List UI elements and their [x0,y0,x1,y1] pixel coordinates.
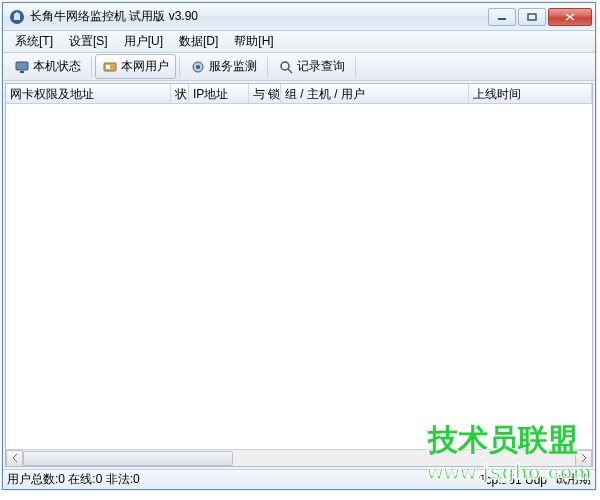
col-ip-addr[interactable]: IP地址 [189,84,249,103]
col-lock-short[interactable]: 与 锁 [249,84,281,103]
scroll-thumb[interactable] [23,451,233,466]
monitor-icon [14,59,30,75]
service-icon [190,59,206,75]
data-grid[interactable] [6,104,592,449]
col-group-host-user[interactable]: 组 / 主机 / 用户 [281,84,469,103]
chevron-right-icon [581,454,587,462]
svg-point-9 [281,62,289,70]
menu-data[interactable]: 数据[D] [171,31,226,52]
app-icon [9,9,25,25]
minimize-button[interactable] [488,8,516,26]
tool-net-users-label: 本网用户 [121,58,169,75]
column-headers: 网卡权限及地址 状 IP地址 与 锁 组 / 主机 / 用户 上线时间 [6,84,592,104]
close-button[interactable] [548,8,592,26]
svg-rect-1 [498,18,506,20]
col-ip-short[interactable]: 状 [171,84,189,103]
menu-users[interactable]: 用户[U] [116,31,171,52]
svg-rect-3 [16,62,28,70]
horizontal-scrollbar [6,449,592,466]
menubar: 系统[T] 设置[S] 用户[U] 数据[D] 帮助[H] [3,31,595,53]
chevron-left-icon [12,454,18,462]
svg-point-8 [196,65,200,69]
content-panel: 网卡权限及地址 状 IP地址 与 锁 组 / 主机 / 用户 上线时间 [5,83,593,467]
titlebar: 长角牛网络监控机 试用版 v3.90 [3,3,595,31]
toolbar-separator [179,57,180,77]
maximize-icon [527,13,537,21]
status-tcp-udp: Tcp:151 Udp [480,473,549,487]
col-nic-perm-addr[interactable]: 网卡权限及地址 [6,84,171,103]
minimize-icon [497,13,507,21]
svg-line-10 [288,69,292,73]
tool-log-query-label: 记录查询 [297,58,345,75]
menu-help[interactable]: 帮助[H] [226,31,281,52]
statusbar: 用户总数:0 在线:0 非法:0 Tcp:151 Udp 试用期 [3,469,595,489]
toolbar-separator [267,57,268,77]
card-icon [102,59,118,75]
svg-rect-6 [106,65,110,69]
toolbar-separator [355,57,356,77]
tool-net-users[interactable]: 本网用户 [95,54,176,79]
toolbar: 本机状态 本网用户 服务监测 记录查询 [3,53,595,81]
menu-system[interactable]: 系统[T] [7,31,61,52]
tool-service-monitor-label: 服务监测 [209,58,257,75]
toolbar-separator [91,57,92,77]
close-icon [565,13,575,21]
tool-log-query[interactable]: 记录查询 [271,54,352,79]
tool-local-status[interactable]: 本机状态 [7,54,88,79]
menu-settings[interactable]: 设置[S] [61,31,116,52]
svg-rect-2 [528,14,536,20]
col-online-time[interactable]: 上线时间 [469,84,592,103]
svg-rect-4 [20,71,24,73]
main-window: 长角牛网络监控机 试用版 v3.90 系统[T] 设置[S] 用户[U] 数据[… [2,2,596,490]
status-tail: 试用期 [549,471,591,488]
window-title: 长角牛网络监控机 试用版 v3.90 [30,8,488,25]
scroll-left-button[interactable] [6,450,23,467]
maximize-button[interactable] [518,8,546,26]
search-icon [278,59,294,75]
tool-local-status-label: 本机状态 [33,58,81,75]
tool-service-monitor[interactable]: 服务监测 [183,54,264,79]
window-controls [488,8,595,26]
status-user-counts: 用户总数:0 在线:0 非法:0 [7,471,160,488]
scroll-right-button[interactable] [575,450,592,467]
scroll-track[interactable] [23,450,575,467]
